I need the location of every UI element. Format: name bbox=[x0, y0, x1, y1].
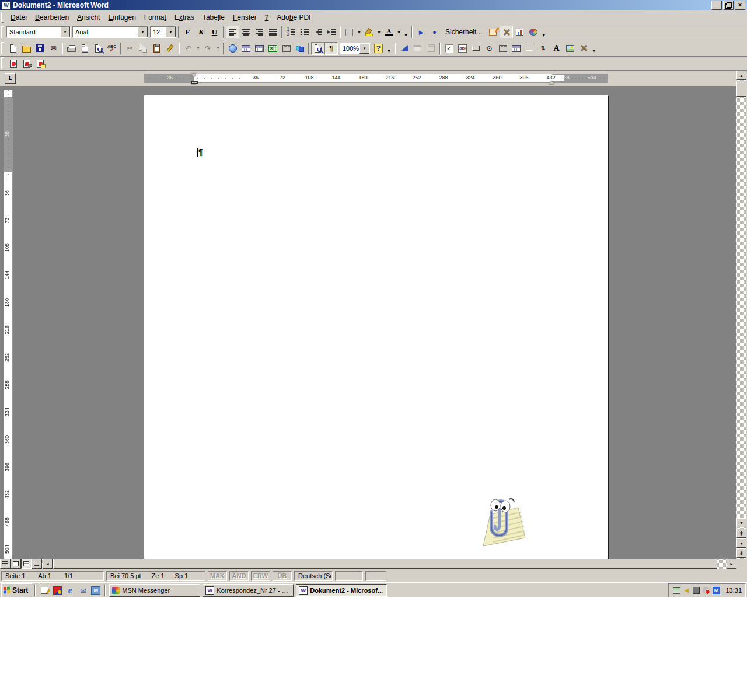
status-toggle-mak[interactable]: MAK bbox=[208, 571, 227, 581]
menu-adobe-pdf[interactable]: Adobe PDF bbox=[273, 12, 317, 23]
email-button[interactable]: ✉ bbox=[47, 42, 60, 55]
font-combobox[interactable]: Arial ▾ bbox=[72, 26, 148, 38]
quicklaunch-media-player[interactable] bbox=[51, 584, 63, 596]
columns-button[interactable] bbox=[280, 42, 293, 55]
properties-button[interactable] bbox=[411, 42, 424, 55]
highlight-button[interactable] bbox=[362, 26, 376, 38]
menu-hilfe[interactable]: ? bbox=[261, 12, 273, 23]
zoom-combobox[interactable]: 100% ▾ bbox=[340, 43, 370, 54]
open-button[interactable] bbox=[20, 42, 33, 55]
bullet-list-button[interactable] bbox=[298, 26, 311, 38]
label-control[interactable]: A bbox=[550, 42, 563, 55]
paste-button[interactable] bbox=[150, 42, 163, 55]
insert-hyperlink-button[interactable] bbox=[226, 42, 239, 55]
outline-view-button[interactable] bbox=[32, 559, 42, 569]
menu-ansicht[interactable]: Ansicht bbox=[73, 12, 104, 23]
show-paragraph-marks-button[interactable]: ¶ bbox=[324, 42, 338, 55]
run-macro-button[interactable]: ▶ bbox=[414, 26, 428, 38]
toolbar-options-chevron[interactable]: ▾ bbox=[402, 25, 410, 40]
drawing-button[interactable] bbox=[293, 42, 306, 55]
highlight-dropdown[interactable]: ▾ bbox=[376, 26, 382, 38]
msn-messenger-tray-icon[interactable]: M bbox=[712, 586, 720, 594]
quicklaunch-internet-explorer[interactable]: e bbox=[64, 584, 76, 596]
taskbar-clock[interactable]: 13:31 bbox=[725, 587, 742, 594]
minimize-button[interactable]: _ bbox=[711, 1, 722, 10]
toolbar-grip[interactable] bbox=[1, 57, 4, 69]
toolbar-grip[interactable] bbox=[1, 42, 4, 54]
restore-button[interactable] bbox=[723, 1, 734, 10]
design-mode-button[interactable] bbox=[513, 26, 526, 38]
chevron-down-icon[interactable]: ▾ bbox=[60, 27, 70, 37]
design-mode-toggle-button[interactable] bbox=[397, 42, 411, 55]
visual-basic-editor-button[interactable] bbox=[486, 26, 500, 38]
list-box-control[interactable] bbox=[496, 42, 509, 55]
quicklaunch-msn[interactable]: M bbox=[90, 584, 102, 596]
redo-dropdown[interactable]: ▾ bbox=[215, 42, 221, 55]
font-color-button[interactable]: A bbox=[382, 26, 396, 38]
print-preview-button[interactable] bbox=[78, 42, 92, 55]
checkbox-control-button[interactable]: ✓ bbox=[442, 42, 456, 55]
save-button[interactable] bbox=[33, 42, 47, 55]
help-button[interactable]: ? bbox=[372, 42, 385, 55]
tables-and-borders-button[interactable] bbox=[239, 42, 253, 55]
insert-table-button[interactable] bbox=[253, 42, 266, 55]
align-left-button[interactable] bbox=[226, 26, 239, 38]
messenger-status-icon[interactable] bbox=[702, 586, 710, 594]
menu-datei[interactable]: Datei bbox=[6, 12, 31, 23]
status-toggle-ueb[interactable]: ÜB bbox=[273, 571, 292, 581]
office-assistant-clippy[interactable] bbox=[467, 495, 531, 550]
font-color-dropdown[interactable]: ▾ bbox=[396, 26, 402, 38]
scroll-down-button[interactable]: ▼ bbox=[736, 518, 746, 527]
scheduled-tasks-icon[interactable] bbox=[692, 586, 700, 594]
insert-excel-sheet-button[interactable] bbox=[266, 42, 280, 55]
quicklaunch-show-desktop[interactable] bbox=[39, 584, 50, 596]
toolbar-grip[interactable] bbox=[1, 26, 4, 38]
print-button[interactable] bbox=[65, 42, 78, 55]
image-control[interactable] bbox=[563, 42, 577, 55]
menu-fenster[interactable]: Fenster bbox=[229, 12, 261, 23]
menu-einfuegen[interactable]: Einfügen bbox=[104, 12, 139, 23]
control-toolbox-button[interactable] bbox=[500, 26, 513, 38]
align-right-button[interactable] bbox=[253, 26, 266, 38]
more-controls-button[interactable] bbox=[577, 42, 590, 55]
convert-to-pdf-button[interactable] bbox=[6, 57, 20, 70]
justify-button[interactable] bbox=[266, 26, 280, 38]
status-language[interactable]: Deutsch (Sc bbox=[294, 571, 333, 581]
toolbar-options-chevron[interactable]: ▾ bbox=[540, 25, 547, 40]
start-button[interactable]: Start bbox=[1, 583, 32, 597]
borders-button[interactable] bbox=[343, 26, 356, 38]
vertical-ruler[interactable]: 36 3672108144180216252288324360396432468… bbox=[4, 90, 13, 555]
close-button[interactable]: × bbox=[735, 1, 745, 10]
print-layout-view-button[interactable] bbox=[21, 559, 32, 569]
status-toggle-erw[interactable]: ERW bbox=[251, 571, 270, 581]
textbox-control-button[interactable]: abl bbox=[456, 42, 469, 55]
copy-button[interactable] bbox=[137, 42, 150, 55]
cut-button[interactable]: ✂ bbox=[123, 42, 137, 55]
spelling-button[interactable]: ABC✓ bbox=[105, 42, 118, 55]
scroll-up-button[interactable]: ▲ bbox=[736, 71, 746, 80]
chevron-down-icon[interactable]: ▾ bbox=[138, 27, 148, 37]
web-layout-view-button[interactable] bbox=[11, 559, 21, 569]
toggle-button-control[interactable] bbox=[523, 42, 536, 55]
left-indent-marker[interactable] bbox=[191, 81, 198, 84]
normal-view-button[interactable] bbox=[0, 559, 11, 569]
font-size-combobox[interactable]: 12 ▾ bbox=[150, 26, 176, 38]
menu-bearbeiten[interactable]: Bearbeiten bbox=[31, 12, 73, 23]
decrease-indent-button[interactable] bbox=[311, 26, 324, 38]
security-button[interactable]: Sicherheit... bbox=[441, 26, 486, 38]
vertical-scrollbar-thumb[interactable] bbox=[736, 80, 746, 97]
horizontal-scrollbar[interactable]: ◄ ► bbox=[0, 559, 736, 569]
numbered-list-button[interactable] bbox=[284, 26, 298, 38]
menu-grip[interactable] bbox=[1, 12, 4, 23]
chevron-down-icon[interactable]: ▾ bbox=[166, 27, 176, 37]
menu-tabelle[interactable]: Tabelle bbox=[198, 12, 229, 23]
combo-box-control[interactable] bbox=[509, 42, 523, 55]
select-browse-object-button[interactable]: ● bbox=[736, 538, 746, 548]
align-center-button[interactable] bbox=[239, 26, 253, 38]
menu-extras[interactable]: Extras bbox=[170, 12, 198, 23]
spin-button-control[interactable]: ⇅ bbox=[536, 42, 550, 55]
underline-button[interactable]: U bbox=[208, 26, 221, 38]
format-painter-button[interactable] bbox=[163, 42, 177, 55]
toolbar-options-chevron[interactable]: ▾ bbox=[590, 41, 598, 55]
convert-to-pdf-and-review-button[interactable] bbox=[33, 57, 47, 70]
